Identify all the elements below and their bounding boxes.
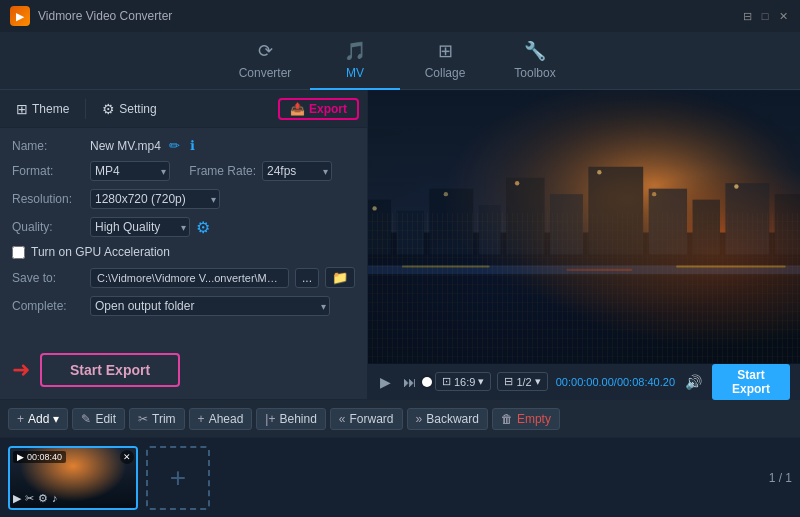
minimize-btn[interactable]: ⊟ bbox=[740, 9, 754, 23]
export-button[interactable]: 📤 Export bbox=[278, 98, 359, 120]
svg-rect-13 bbox=[725, 183, 769, 254]
resolution-select[interactable]: 1280x720 (720p) bbox=[90, 189, 220, 209]
behind-icon: |+ bbox=[265, 412, 275, 426]
fps-select-wrap[interactable]: 24fps bbox=[262, 161, 332, 181]
complete-label: Complete: bbox=[12, 299, 84, 313]
split-button[interactable]: ⊟ 1/2 ▾ bbox=[497, 372, 547, 391]
svg-rect-22 bbox=[402, 265, 490, 267]
edit-button[interactable]: ✎ Edit bbox=[72, 408, 125, 430]
forward-button[interactable]: « Forward bbox=[330, 408, 403, 430]
tab-converter[interactable]: ⟳ Converter bbox=[220, 32, 310, 90]
clip-play-icon[interactable]: ▶ bbox=[13, 492, 21, 505]
svg-point-19 bbox=[652, 192, 656, 196]
progress-dot[interactable] bbox=[422, 377, 432, 387]
format-select-wrap[interactable]: MP4 bbox=[90, 161, 170, 181]
tab-toolbox-label: Toolbox bbox=[514, 66, 555, 80]
ahead-button[interactable]: + Ahead bbox=[189, 408, 253, 430]
theme-button[interactable]: ⊞ Theme bbox=[8, 98, 77, 120]
window-controls[interactable]: ⊟ □ ✕ bbox=[740, 9, 790, 23]
start-export-button[interactable]: Start Export bbox=[40, 353, 180, 387]
trim-label: Trim bbox=[152, 412, 176, 426]
svg-rect-5 bbox=[397, 211, 424, 255]
save-path-display: C:\Vidmore\Vidmore V...onverter\MV Expor… bbox=[90, 268, 289, 288]
name-value: New MV.mp4 bbox=[90, 139, 161, 153]
collage-icon: ⊞ bbox=[438, 40, 453, 62]
clip-cut-icon[interactable]: ✂ bbox=[25, 492, 34, 505]
clip-settings-icon[interactable]: ⚙ bbox=[38, 492, 48, 505]
export-label: Export bbox=[309, 102, 347, 116]
backward-label: Backward bbox=[426, 412, 479, 426]
skip-button[interactable]: ⏭ bbox=[401, 374, 419, 390]
framerate-label: Frame Rate: bbox=[176, 164, 256, 178]
aspect-ratio-button[interactable]: ⊡ 16:9 ▾ bbox=[435, 372, 491, 391]
svg-rect-7 bbox=[479, 205, 501, 254]
forward-icon: « bbox=[339, 412, 346, 426]
svg-point-15 bbox=[372, 206, 376, 210]
complete-row: Complete: Open output folder bbox=[12, 296, 355, 316]
empty-button[interactable]: 🗑 Empty bbox=[492, 408, 560, 430]
title-bar-left: ▶ Vidmore Video Converter bbox=[10, 6, 172, 26]
gpu-checkbox[interactable] bbox=[12, 246, 25, 259]
empty-icon: 🗑 bbox=[501, 412, 513, 426]
svg-rect-23 bbox=[566, 269, 632, 271]
clip-close-button[interactable]: ✕ bbox=[120, 450, 134, 464]
add-clip-button[interactable]: + bbox=[146, 446, 210, 510]
backward-icon: » bbox=[416, 412, 423, 426]
mv-icon: 🎵 bbox=[344, 40, 366, 62]
quality-gear-button[interactable]: ⚙ bbox=[196, 218, 210, 237]
theme-label: Theme bbox=[32, 102, 69, 116]
trim-button[interactable]: ✂ Trim bbox=[129, 408, 185, 430]
clip-duration: ▶ 00:08:40 bbox=[13, 451, 66, 463]
resolution-row: Resolution: 1280x720 (720p) bbox=[12, 189, 355, 209]
complete-select[interactable]: Open output folder bbox=[90, 296, 330, 316]
title-bar: ▶ Vidmore Video Converter ⊟ □ ✕ bbox=[0, 0, 800, 32]
setting-icon: ⚙ bbox=[102, 101, 115, 117]
clip-audio-icon[interactable]: ♪ bbox=[52, 492, 58, 505]
ratio-label: 16:9 bbox=[454, 376, 475, 388]
format-select[interactable]: MP4 bbox=[90, 161, 170, 181]
name-row: Name: New MV.mp4 ✏ ℹ bbox=[12, 138, 355, 153]
nav-tabs: ⟳ Converter 🎵 MV ⊞ Collage 🔧 Toolbox bbox=[0, 32, 800, 90]
ratio-icon: ⊡ bbox=[442, 375, 451, 388]
toolbox-icon: 🔧 bbox=[524, 40, 546, 62]
backward-button[interactable]: » Backward bbox=[407, 408, 488, 430]
fps-select[interactable]: 24fps bbox=[262, 161, 332, 181]
tab-mv-label: MV bbox=[346, 66, 364, 80]
tab-toolbox[interactable]: 🔧 Toolbox bbox=[490, 32, 580, 90]
ratio-controls: ⊡ 16:9 ▾ ⊟ 1/2 ▾ bbox=[435, 372, 548, 391]
left-panel: ⊞ Theme ⚙ Setting 📤 Export Name: New MV.… bbox=[0, 90, 368, 399]
split-label: 1/2 bbox=[516, 376, 531, 388]
svg-point-20 bbox=[734, 184, 738, 188]
tab-collage-label: Collage bbox=[425, 66, 466, 80]
dots-button[interactable]: ... bbox=[295, 268, 319, 288]
name-info-button[interactable]: ℹ bbox=[188, 138, 197, 153]
tab-mv[interactable]: 🎵 MV bbox=[310, 32, 400, 90]
video-start-export-button[interactable]: Start Export bbox=[712, 364, 790, 400]
arrow-right-icon: ➜ bbox=[12, 357, 30, 383]
svg-rect-14 bbox=[775, 194, 800, 254]
svg-point-16 bbox=[444, 192, 448, 196]
video-controls: ▶ ⏭ ⊡ 16:9 ▾ ⊟ 1/2 ▾ 00:00:00.00/00:08:4… bbox=[368, 363, 800, 399]
ratio-arrow: ▾ bbox=[478, 375, 484, 388]
maximize-btn[interactable]: □ bbox=[758, 9, 772, 23]
resolution-label: Resolution: bbox=[12, 192, 84, 206]
quality-label: Quality: bbox=[12, 220, 84, 234]
play-button[interactable]: ▶ bbox=[378, 374, 393, 390]
video-preview bbox=[368, 90, 800, 363]
folder-button[interactable]: 📁 bbox=[325, 267, 355, 288]
tab-collage[interactable]: ⊞ Collage bbox=[400, 32, 490, 90]
behind-button[interactable]: |+ Behind bbox=[256, 408, 326, 430]
quality-select[interactable]: High Quality bbox=[90, 217, 190, 237]
volume-button[interactable]: 🔊 bbox=[683, 374, 704, 390]
complete-select-wrap[interactable]: Open output folder bbox=[90, 296, 330, 316]
add-button[interactable]: + Add ▾ bbox=[8, 408, 68, 430]
edit-name-button[interactable]: ✏ bbox=[167, 138, 182, 153]
add-clip-icon: + bbox=[170, 462, 186, 494]
close-btn[interactable]: ✕ bbox=[776, 9, 790, 23]
resolution-select-wrap[interactable]: 1280x720 (720p) bbox=[90, 189, 220, 209]
saveto-row: Save to: C:\Vidmore\Vidmore V...onverter… bbox=[12, 267, 355, 288]
toolbar-separator bbox=[85, 99, 86, 119]
setting-button[interactable]: ⚙ Setting bbox=[94, 98, 164, 120]
quality-select-wrap[interactable]: High Quality bbox=[90, 217, 190, 237]
add-arrow: ▾ bbox=[53, 412, 59, 426]
